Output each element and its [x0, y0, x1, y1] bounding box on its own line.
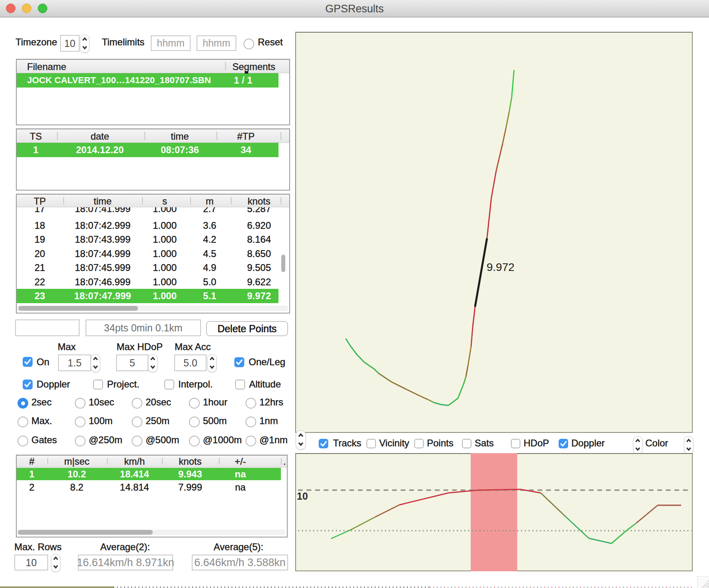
svg-text:9.972: 9.972	[487, 261, 514, 273]
svg-text:10: 10	[297, 491, 308, 502]
